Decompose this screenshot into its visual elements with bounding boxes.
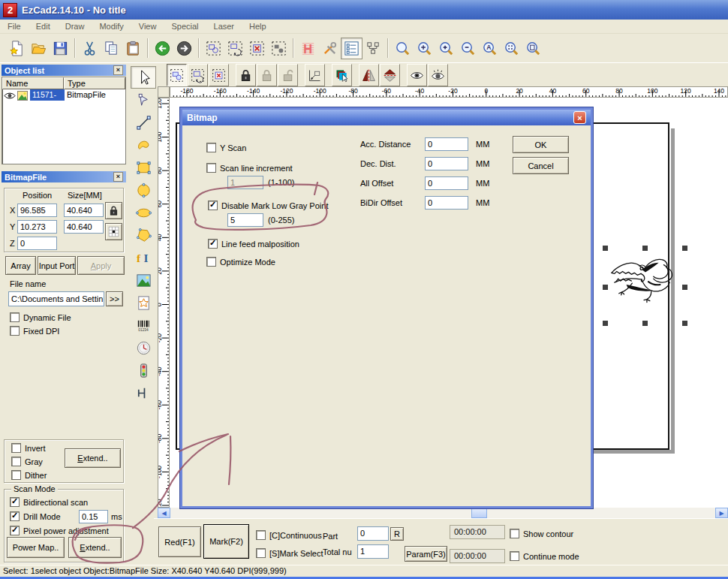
input-port-button[interactable]: Input Port [38, 256, 76, 275]
dialog-field-input[interactable]: 0 [425, 176, 468, 190]
mark-f2-button[interactable]: Mark(F2) [203, 524, 249, 559]
menu-item-view[interactable]: View [131, 20, 164, 32]
optimize-mode-checkbox[interactable] [206, 257, 216, 267]
dynamic-file-checkbox[interactable] [10, 312, 20, 322]
show-contour-checkbox[interactable] [510, 529, 519, 538]
lock-alt-icon[interactable] [257, 64, 277, 86]
line-feed-malposition-checkbox[interactable] [208, 239, 218, 249]
select-transform-icon[interactable] [203, 38, 224, 59]
column-header-type[interactable]: Type [64, 77, 125, 89]
scroll-left-button[interactable]: ◀ [158, 508, 170, 518]
unlock-icon[interactable] [278, 64, 298, 86]
power-map-button[interactable]: Power Map.. [7, 537, 65, 558]
barcode-tool-icon[interactable]: 01234 [131, 314, 156, 336]
bidirectional-scan-checkbox[interactable] [10, 497, 20, 507]
column-header-name[interactable]: Name [2, 77, 64, 89]
select-delete-icon[interactable] [246, 38, 268, 59]
bitmap-dialog-titlebar[interactable]: Bitmap × [182, 110, 591, 125]
scan-line-increment-checkbox[interactable] [206, 163, 216, 173]
input-output-tool-icon[interactable] [131, 359, 156, 381]
pixel-power-checkbox[interactable] [10, 526, 20, 535]
menu-item-edit[interactable]: Edit [29, 20, 58, 32]
selection-handle[interactable] [682, 285, 687, 290]
selection-handle[interactable] [603, 285, 608, 290]
cut-icon[interactable] [79, 38, 101, 59]
y-size-field[interactable]: 40.640 [64, 220, 104, 234]
gray-checkbox[interactable] [11, 457, 21, 466]
x-size-field[interactable]: 40.640 [64, 204, 104, 217]
anchor-point-button[interactable] [105, 223, 122, 240]
selection-handle[interactable] [603, 321, 608, 326]
dialog-field-input[interactable]: 0 [425, 137, 468, 151]
line-tool-icon[interactable] [131, 111, 156, 134]
bitmap-object-crocodile[interactable] [606, 249, 681, 323]
preview-icon[interactable] [407, 64, 427, 86]
dialog-field-input[interactable]: 0 [425, 157, 468, 170]
selection-handle[interactable] [603, 246, 608, 251]
put-to-origin-icon[interactable] [305, 64, 325, 86]
options-tools-icon[interactable] [319, 38, 341, 59]
object-name[interactable]: 11571-Si [30, 89, 65, 101]
zoom-window-icon[interactable] [392, 38, 414, 59]
red-f1-button[interactable]: Red(F1) [158, 526, 201, 557]
transform-scale-icon[interactable] [167, 64, 187, 86]
delay-tool-icon[interactable] [131, 336, 156, 359]
continue-mode-checkbox[interactable] [510, 551, 519, 561]
lock-icon[interactable] [236, 64, 256, 86]
properties-close-button[interactable]: × [113, 172, 123, 182]
z-position-field[interactable]: 0 [17, 237, 57, 250]
select-dots-icon[interactable] [268, 38, 290, 59]
param-f3-button[interactable]: Param(F3) [405, 546, 447, 562]
reset-part-button[interactable]: R [390, 527, 404, 541]
y-scan-checkbox[interactable] [206, 143, 216, 152]
text-tool-icon[interactable]: fI [131, 246, 156, 269]
zoom-objects-icon[interactable] [501, 38, 522, 59]
zoom-page-icon[interactable] [522, 38, 544, 59]
dialog-close-button[interactable]: × [573, 111, 586, 124]
selection-handle[interactable] [682, 246, 687, 251]
gray-threshold-field[interactable]: 5 [227, 213, 263, 227]
menu-item-file[interactable]: File [0, 20, 29, 32]
array-button[interactable]: Array [5, 256, 36, 275]
mirror-vertical-icon[interactable] [359, 64, 379, 86]
pick-color-icon[interactable] [332, 64, 352, 86]
drill-mode-checkbox[interactable] [10, 511, 20, 521]
continuous-checkbox[interactable] [256, 530, 266, 540]
total-count-field[interactable]: 1 [357, 544, 389, 559]
save-icon[interactable] [50, 38, 71, 59]
object-list-toggle-icon[interactable] [341, 38, 362, 59]
x-position-field[interactable]: 96.585 [17, 204, 57, 217]
object-list-close-button[interactable]: × [113, 65, 123, 75]
curve-tool-icon[interactable] [131, 134, 156, 156]
select-rotate-icon[interactable] [224, 38, 246, 59]
polygon-tool-icon[interactable] [131, 224, 156, 246]
drill-time-field[interactable]: 0.15 [79, 510, 108, 523]
open-folder-icon[interactable] [28, 38, 50, 59]
node-edit-tool-icon[interactable] [131, 89, 156, 111]
undo-icon[interactable] [152, 38, 173, 59]
invert-checkbox[interactable] [11, 443, 21, 453]
mirror-horizontal-icon[interactable] [380, 64, 400, 86]
zoom-all-icon[interactable]: A [479, 38, 501, 59]
zoom-out-icon[interactable] [457, 38, 479, 59]
extend-button-scan[interactable]: Extend.. [68, 537, 122, 558]
preview-fast-icon[interactable] [428, 64, 448, 86]
browse-button[interactable]: >> [106, 291, 123, 306]
node-structure-icon[interactable] [362, 38, 384, 59]
spacing-tool-icon[interactable] [131, 381, 156, 404]
bitmap-tool-icon[interactable] [131, 269, 156, 291]
ellipse-tool-icon[interactable] [131, 201, 156, 224]
y-position-field[interactable]: 10.273 [17, 220, 57, 234]
disable-mark-low-gray-checkbox[interactable] [208, 201, 218, 210]
fixed-dpi-checkbox[interactable] [10, 326, 20, 336]
menu-item-draw[interactable]: Draw [58, 20, 92, 32]
menu-item-laser[interactable]: Laser [206, 20, 242, 32]
scroll-thumb[interactable] [471, 508, 487, 518]
dialog-field-input[interactable]: 0 [425, 196, 468, 210]
new-file-icon[interactable] [6, 38, 28, 59]
menu-item-special[interactable]: Special [164, 20, 206, 32]
rectangle-tool-icon[interactable] [131, 156, 156, 179]
canvas-hscrollbar[interactable]: ◀ ▶ [158, 508, 728, 518]
cancel-button[interactable]: Cancel [513, 157, 569, 174]
transform-rotate-icon[interactable] [188, 64, 208, 86]
